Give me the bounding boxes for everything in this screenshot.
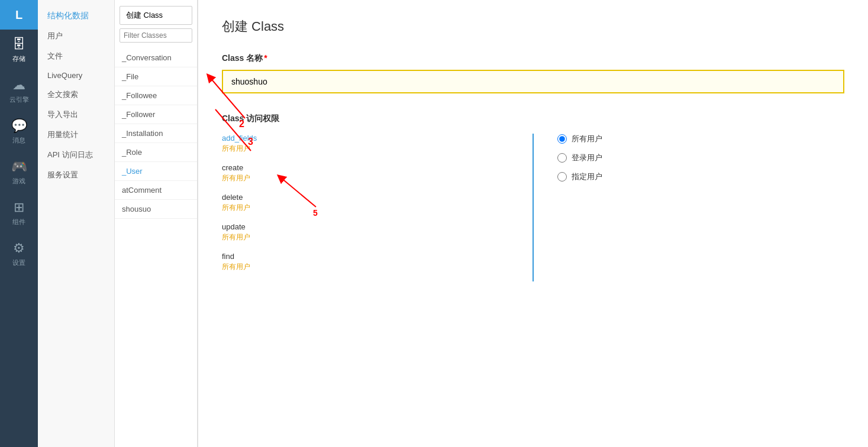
sidebar-item-livequery[interactable]: LiveQuery [38, 66, 114, 85]
radio-logged-users-label: 登录用户 [572, 153, 602, 163]
nav-message[interactable]: 💬 消息 [0, 111, 38, 152]
sidebar-item-apilog[interactable]: API 访问日志 [38, 145, 114, 165]
sidebar-item-users[interactable]: 用户 [38, 26, 114, 46]
add-fields-value: 所有用户 [222, 144, 509, 154]
message-icon: 💬 [11, 118, 27, 134]
icon-sidebar: L 🗄 存储 ☁ 云引擎 💬 消息 🎮 游戏 ⊞ 组件 ⚙ 设置 [0, 0, 38, 447]
nav-cloud[interactable]: ☁ 云引擎 [0, 70, 38, 111]
update-value: 所有用户 [222, 232, 509, 242]
nav-component[interactable]: ⊞ 组件 [0, 193, 38, 234]
class-item-installation[interactable]: _Installation [115, 124, 197, 143]
nav-component-label: 组件 [12, 218, 25, 226]
app-logo: L [0, 0, 38, 30]
create-class-button[interactable]: 创建 Class [120, 6, 192, 25]
filter-classes-input[interactable] [120, 28, 192, 43]
class-list-items: _Conversation _File _Followee _Follower … [115, 48, 197, 447]
radio-specific-users: 指定用户 [557, 171, 844, 182]
delete-value: 所有用户 [222, 203, 509, 213]
radio-specific-users-input[interactable] [557, 172, 567, 182]
nav-game-label: 游戏 [12, 177, 25, 186]
sidebar-item-fulltext[interactable]: 全文搜索 [38, 85, 114, 105]
nav-game[interactable]: 🎮 游戏 [0, 152, 38, 193]
class-name-label: Class 名称* [222, 53, 844, 64]
class-item-file[interactable]: _File [115, 67, 197, 86]
access-section: Class 访问权限 add_fields 所有用户 create 所有用户 d… [222, 114, 844, 281]
sidebar-item-importexport[interactable]: 导入导出 [38, 105, 114, 125]
class-item-followee[interactable]: _Followee [115, 86, 197, 105]
delete-permission: delete [222, 193, 509, 202]
radio-all-users-input[interactable] [557, 134, 567, 144]
sidebar-item-files[interactable]: 文件 [38, 46, 114, 66]
nav-cloud-label: 云引擎 [9, 95, 29, 104]
radio-specific-users-label: 指定用户 [572, 171, 602, 182]
class-name-input[interactable] [222, 70, 844, 93]
class-item-shousuo[interactable]: shousuo [115, 200, 197, 219]
nav-settings[interactable]: ⚙ 设置 [0, 234, 38, 274]
component-icon: ⊞ [14, 200, 24, 215]
class-list-header: 创建 Class [115, 0, 197, 48]
find-value: 所有用户 [222, 262, 509, 272]
access-row-find: find 所有用户 [222, 252, 509, 272]
secondary-sidebar: 结构化数据 用户 文件 LiveQuery 全文搜索 导入导出 用量统计 API… [38, 0, 115, 447]
access-right: 所有用户 登录用户 指定用户 [534, 134, 844, 281]
access-row-update: update 所有用户 [222, 222, 509, 242]
access-row-create: create 所有用户 [222, 163, 509, 183]
radio-all-users-label: 所有用户 [572, 134, 602, 144]
create-class-dialog: 创建 Class Class 名称* Class 访问权限 add_fields… [198, 0, 868, 447]
find-permission: find [222, 252, 509, 261]
main-content: liuyan 开发版 ▼ 文A 数据 权限 性能与索引 创建 Class Cla… [198, 0, 868, 447]
radio-logged-users-input[interactable] [557, 153, 567, 163]
access-left: add_fields 所有用户 create 所有用户 delete 所有用户 … [222, 134, 534, 281]
add-fields-link[interactable]: add_fields [222, 134, 509, 142]
class-list-panel: 创建 Class _Conversation _File _Followee _… [115, 0, 198, 447]
access-row-add-fields: add_fields 所有用户 [222, 134, 509, 154]
sidebar-item-usage[interactable]: 用量统计 [38, 125, 114, 145]
update-permission: update [222, 222, 509, 231]
dialog-title: 创建 Class [222, 18, 844, 35]
nav-storage-label: 存储 [12, 54, 25, 63]
class-item-role[interactable]: _Role [115, 143, 197, 162]
radio-logged-users: 登录用户 [557, 153, 844, 163]
access-section-label: Class 访问权限 [222, 114, 844, 124]
storage-icon: 🗄 [12, 37, 25, 52]
class-item-follower[interactable]: _Follower [115, 105, 197, 124]
radio-all-users: 所有用户 [557, 134, 844, 144]
nav-storage[interactable]: 🗄 存储 [0, 30, 38, 70]
nav-message-label: 消息 [12, 136, 25, 145]
game-icon: 🎮 [11, 159, 27, 174]
nav-settings-label: 设置 [12, 258, 25, 267]
class-item-atcomment[interactable]: atComment [115, 181, 197, 200]
settings-icon: ⚙ [13, 241, 25, 256]
cloud-icon: ☁ [12, 77, 25, 93]
class-item-conversation[interactable]: _Conversation [115, 48, 197, 67]
sidebar-item-service[interactable]: 服务设置 [38, 165, 114, 185]
class-item-user[interactable]: _User [115, 162, 197, 181]
access-table: add_fields 所有用户 create 所有用户 delete 所有用户 … [222, 134, 844, 281]
create-value: 所有用户 [222, 173, 509, 183]
secondary-sidebar-title[interactable]: 结构化数据 [38, 6, 114, 26]
access-row-delete: delete 所有用户 [222, 193, 509, 213]
create-permission: create [222, 163, 509, 172]
